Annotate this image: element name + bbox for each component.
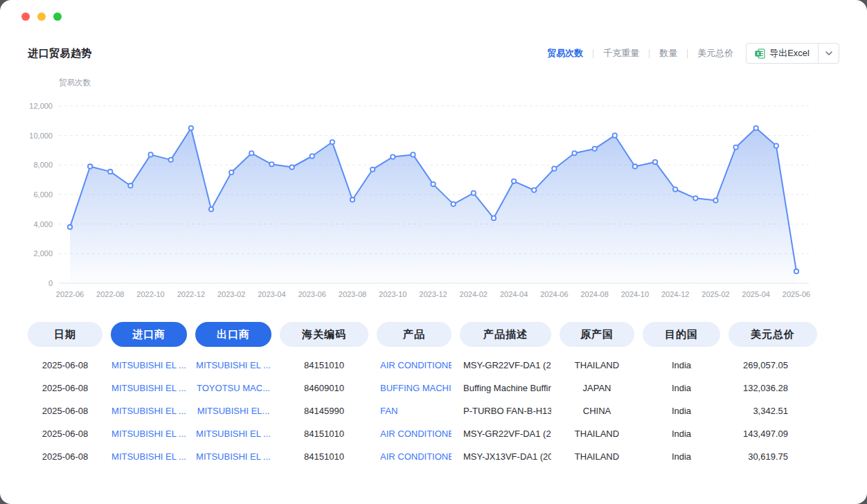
area-fill: [70, 128, 796, 283]
exporter-link[interactable]: TOYOTSU MAC...: [195, 383, 271, 393]
close-window-button[interactable]: [21, 12, 30, 21]
hs-code-cell: 84151010: [280, 451, 368, 462]
data-point: [330, 140, 334, 144]
y-tick-label: 12,000: [29, 102, 53, 110]
origin-country-cell: THAILAND: [560, 429, 634, 439]
toolbar-right: 贸易次数千克重量数量美元总价 X 导出Excel: [547, 43, 839, 64]
usd-total-cell: 132,036.28: [729, 383, 817, 393]
zoom-window-button[interactable]: [53, 12, 62, 21]
importer-link[interactable]: MITSUBISHI EL ...: [111, 451, 187, 462]
date-cell: 2025-06-08: [28, 406, 102, 416]
data-point: [148, 152, 152, 156]
data-point: [693, 196, 697, 200]
product-link[interactable]: BUFFING MACHINE: [377, 383, 452, 393]
product-link[interactable]: AIR CONDITIONER: [377, 360, 452, 370]
column-filter-pill[interactable]: 美元总价: [729, 322, 817, 347]
data-point: [269, 162, 274, 166]
export-options-dropdown[interactable]: [818, 44, 839, 63]
svg-text:X: X: [756, 51, 760, 56]
minimize-window-button[interactable]: [37, 12, 46, 21]
x-tick-label: 2024-10: [621, 290, 649, 298]
product-link[interactable]: AIR CONDITIONER: [377, 451, 452, 462]
exporter-link[interactable]: MITSUBISHI EL ...: [195, 451, 271, 462]
destination-country-cell: India: [643, 383, 720, 393]
metric-tab-3[interactable]: 数量: [659, 47, 677, 60]
metric-tab-2[interactable]: 千克重量: [603, 47, 639, 60]
app-window: 进口贸易趋势 贸易次数千克重量数量美元总价 X 导出: [0, 0, 867, 504]
exporter-link[interactable]: MITSUBISHI EL ...: [195, 429, 271, 439]
date-cell: 2025-06-08: [28, 451, 102, 462]
table-row: 2025-06-08MITSUBISHI EL ...TOYOTSU MAC..…: [28, 377, 839, 399]
data-point: [733, 145, 738, 150]
product-link[interactable]: AIR CONDITIONER: [377, 429, 452, 439]
column-filter-pill[interactable]: 产品描述: [460, 322, 551, 347]
origin-country-cell: THAILAND: [560, 360, 634, 370]
column-filter-pill[interactable]: 进口商: [111, 322, 187, 347]
date-cell: 2025-06-08: [28, 360, 102, 370]
data-point: [370, 168, 375, 172]
metric-tab-4[interactable]: 美元总价: [697, 47, 733, 60]
hs-code-cell: 84145990: [280, 406, 368, 416]
exporter-link[interactable]: MITSUBISHI EL ...: [195, 360, 271, 370]
importer-link[interactable]: MITSUBISHI EL ...: [111, 383, 187, 393]
y-tick-label: 4,000: [33, 220, 53, 228]
description-cell: MSY-JX13VF-DA1 (20D...: [460, 451, 551, 462]
column-filter-pill[interactable]: 海关编码: [280, 322, 368, 347]
column-filter-pill[interactable]: 产品: [377, 322, 452, 347]
page-title: 进口贸易趋势: [28, 47, 92, 60]
importer-link[interactable]: MITSUBISHI EL ...: [111, 429, 187, 439]
data-point: [128, 183, 132, 188]
excel-file-icon: X: [755, 48, 765, 59]
usd-total-cell: 269,057.05: [729, 360, 817, 370]
x-tick-label: 2022-12: [177, 290, 205, 298]
date-cell: 2025-06-08: [28, 429, 102, 439]
data-point: [88, 164, 92, 168]
exporter-link[interactable]: MITSUBISHI EL...: [195, 406, 271, 416]
data-point: [431, 182, 435, 186]
date-cell: 2025-06-08: [28, 383, 102, 393]
column-filter-pill[interactable]: 日期: [28, 322, 102, 347]
x-tick-label: 2025-02: [701, 290, 729, 298]
x-tick-label: 2024-12: [661, 290, 689, 298]
data-point: [572, 151, 576, 155]
y-tick-label: 2,000: [33, 249, 53, 258]
data-point: [472, 191, 476, 195]
data-point: [391, 154, 395, 159]
product-link[interactable]: FAN: [377, 406, 452, 416]
export-excel-label: 导出Excel: [769, 47, 810, 60]
hs-code-cell: 84609010: [280, 383, 368, 393]
x-tick-label: 2024-06: [540, 290, 568, 298]
destination-country-cell: India: [643, 360, 720, 370]
importer-link[interactable]: MITSUBISHI EL ...: [111, 406, 187, 416]
trade-records-table: 2025-06-08MITSUBISHI EL ...MITSUBISHI EL…: [28, 354, 839, 468]
chevron-down-icon: [825, 51, 832, 55]
export-excel-button[interactable]: X 导出Excel: [747, 44, 818, 63]
column-filter-pill[interactable]: 原产国: [560, 322, 634, 347]
column-filter-pill[interactable]: 目的国: [643, 322, 720, 347]
x-tick-label: 2025-06: [783, 290, 810, 298]
table-row: 2025-06-08MITSUBISHI EL ...MITSUBISHI EL…: [28, 422, 839, 445]
data-point: [613, 133, 617, 137]
origin-country-cell: CHINA: [560, 406, 634, 416]
description-cell: MSY-GR22VF-DA1 (20...: [460, 360, 551, 370]
description-cell: MSY-GR22VF-DA1 (20...: [460, 429, 551, 439]
data-point: [229, 170, 233, 174]
export-excel-split-button: X 导出Excel: [746, 43, 839, 64]
x-tick-label: 2022-06: [56, 290, 84, 298]
y-tick-label: 0: [48, 279, 53, 287]
metric-divider: [593, 49, 593, 58]
x-tick-label: 2024-08: [580, 290, 608, 298]
trend-chart-canvas[interactable]: 02,0004,0006,0008,00010,00012,0002022-06…: [28, 89, 839, 303]
metric-tab-1[interactable]: 贸易次数: [547, 47, 583, 60]
usd-total-cell: 30,619.75: [729, 451, 817, 462]
data-point: [492, 216, 496, 220]
data-point: [189, 126, 193, 130]
destination-country-cell: India: [643, 451, 720, 462]
data-point: [249, 151, 253, 155]
data-point: [289, 165, 294, 169]
usd-total-cell: 3,342.51: [729, 406, 817, 416]
importer-link[interactable]: MITSUBISHI EL ...: [111, 360, 187, 370]
hs-code-cell: 84151010: [280, 429, 368, 439]
column-filter-pill[interactable]: 出口商: [195, 322, 271, 347]
column-filter-row: 日期进口商出口商海关编码产品产品描述原产国目的国美元总价: [28, 322, 839, 347]
